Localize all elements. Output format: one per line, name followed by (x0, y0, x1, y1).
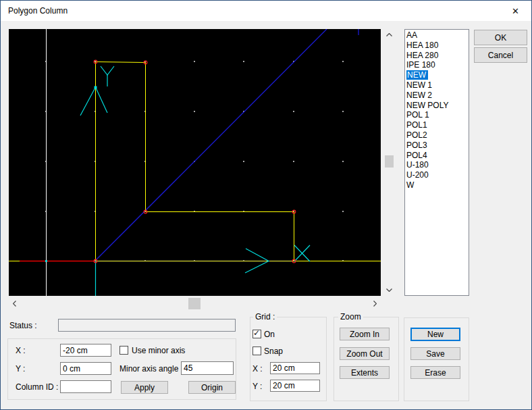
ok-button[interactable]: OK (474, 30, 527, 45)
scroll-right-button[interactable] (369, 298, 381, 309)
column-id-input[interactable] (60, 380, 111, 393)
list-item[interactable]: W (405, 180, 469, 190)
cancel-button[interactable]: Cancel (474, 47, 527, 63)
vertical-scroll-thumb[interactable] (385, 155, 394, 168)
chevron-left-icon (13, 301, 16, 307)
grid-y-input[interactable] (270, 380, 320, 392)
grid-x-label: X : (252, 364, 263, 374)
list-item[interactable]: IPE 180 (405, 60, 469, 70)
grid-y-label: Y : (252, 382, 262, 391)
list-item[interactable]: NEW POLY (405, 101, 469, 111)
scroll-left-button[interactable] (9, 298, 20, 309)
grid-x-input[interactable] (270, 362, 320, 374)
list-item[interactable]: POL1 (405, 120, 469, 130)
section-listbox[interactable]: AAHEA 180HEA 280IPE 180NEWNEW 1NEW 2NEW … (404, 29, 469, 296)
y-axis-apex-marker (95, 86, 97, 89)
chevron-up-icon (386, 33, 392, 36)
close-icon: ✕ (512, 6, 519, 16)
grid-on-checkbox[interactable]: ✓ (252, 330, 261, 338)
list-item[interactable]: POL3 (405, 140, 469, 151)
minor-axis-angle-label: Minor axis angle : (119, 364, 183, 374)
zoom-out-button[interactable]: Zoom Out (340, 347, 390, 360)
list-item[interactable]: POL 1 (405, 110, 469, 120)
list-item[interactable]: HEA 280 (405, 51, 469, 61)
y-input[interactable] (60, 362, 111, 375)
list-item[interactable]: NEW 1 (405, 80, 469, 91)
list-item[interactable]: POL2 (405, 130, 469, 140)
scroll-up-button[interactable] (383, 29, 395, 41)
extents-button[interactable]: Extents (340, 366, 390, 379)
use-minor-axis-checkbox[interactable] (119, 346, 128, 355)
horizontal-scrollbar[interactable] (9, 298, 381, 309)
horizontal-scroll-thumb[interactable] (188, 298, 201, 309)
close-button[interactable]: ✕ (500, 1, 531, 20)
grid-group-caption: Grid : (253, 313, 277, 321)
status-label: Status : (9, 321, 37, 330)
chevron-down-icon (386, 288, 392, 292)
vertical-scrollbar[interactable] (383, 29, 395, 296)
origin-button[interactable]: Origin (188, 381, 236, 394)
dialog-title: Polygon Column (8, 1, 68, 21)
list-item[interactable]: NEW (405, 70, 469, 80)
grid-snap-label: Snap (264, 347, 283, 356)
x-axis-label (294, 245, 310, 261)
zoom-in-button[interactable]: Zoom In (340, 328, 390, 340)
column-id-label: Column ID : (16, 382, 58, 392)
grid-snap-checkbox[interactable] (252, 347, 261, 355)
status-field[interactable] (58, 319, 236, 332)
apply-button[interactable]: Apply (121, 381, 168, 394)
section-canvas[interactable] (9, 29, 381, 296)
list-item[interactable]: U-200 (405, 170, 469, 180)
scroll-down-button[interactable] (383, 284, 395, 296)
zoom-group-caption: Zoom (338, 313, 363, 321)
erase-button[interactable]: Erase (410, 366, 460, 379)
list-item[interactable]: NEW 2 (405, 91, 469, 101)
use-minor-axis-label: Use minor axis (132, 346, 185, 355)
new-button[interactable]: New (410, 328, 460, 341)
minor-axis-angle-input[interactable] (181, 361, 234, 375)
chevron-right-icon (373, 301, 377, 307)
x-label: X : (16, 346, 26, 355)
list-item[interactable]: U-180 (405, 160, 469, 170)
list-item[interactable]: HEA 180 (405, 41, 469, 51)
polygon-column-dialog: Polygon Column ✕ (0, 0, 532, 410)
save-button[interactable]: Save (410, 347, 460, 360)
y-axis-label (101, 66, 114, 86)
list-item[interactable]: AA (405, 30, 469, 41)
grid-on-label: On (264, 330, 275, 339)
list-item[interactable]: POL4 (405, 151, 469, 161)
title-bar: Polygon Column ✕ (1, 1, 531, 21)
crosshair-intersection-dot (45, 260, 47, 262)
minor-axis-diagonal (95, 29, 358, 261)
y-axis-arrowhead (80, 87, 107, 116)
y-label: Y : (16, 364, 25, 374)
x-input[interactable] (60, 344, 111, 357)
